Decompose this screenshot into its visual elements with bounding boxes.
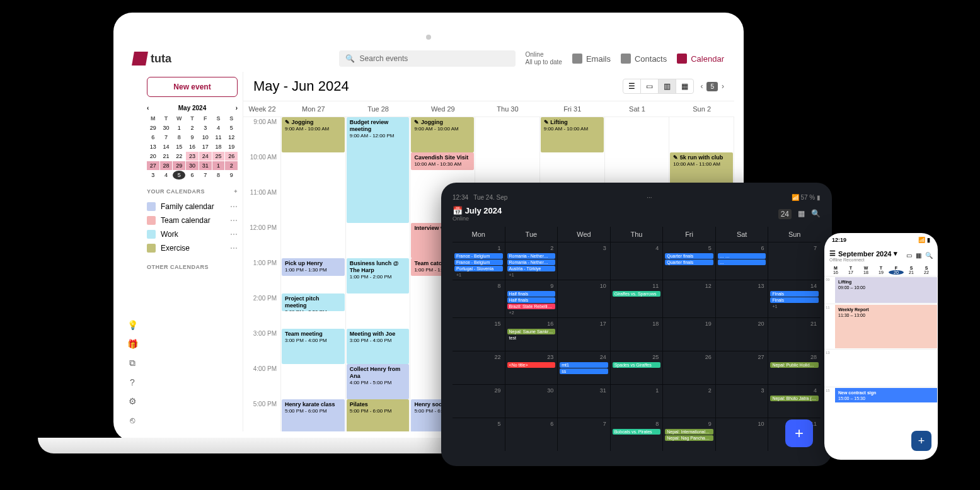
tablet-month-grid[interactable]: MonTueWedThuFriSatSun1France - BelgiumFr… xyxy=(453,227,821,451)
event[interactable] xyxy=(835,350,937,386)
event[interactable]: Pick up Henry1:00 PM - 1:30 PM xyxy=(282,258,345,276)
month-cell[interactable]: 14FinalsFinals+1 xyxy=(768,280,821,317)
month-cell[interactable]: 5 xyxy=(453,418,505,451)
event-chip[interactable]: Romania - Nether… xyxy=(507,253,556,259)
event-chip[interactable]: Brazil: State Rebelli… xyxy=(507,304,556,309)
month-cell[interactable]: 9Half finalsHalf finalsBrazil: State Reb… xyxy=(505,280,558,317)
month-cell[interactable]: 7 xyxy=(558,418,610,451)
tablet-fab-add[interactable]: + xyxy=(785,419,813,447)
more-icon[interactable]: ⋯ xyxy=(230,216,238,225)
more-icon[interactable]: ⋯ xyxy=(230,202,238,211)
today-button[interactable]: 5 xyxy=(706,82,718,91)
month-cell[interactable]: 9Nepal: International…Nepal: Nag Pancha… xyxy=(663,418,715,451)
add-calendar-icon[interactable]: + xyxy=(234,188,238,195)
calendar-item[interactable]: Work⋯ xyxy=(147,227,238,241)
event-chip[interactable]: … … xyxy=(718,253,766,259)
event-chip[interactable]: Austria - Türkiye xyxy=(507,266,556,271)
event-chip[interactable]: Romania - Nether… xyxy=(507,259,556,265)
event-chip[interactable]: Finals xyxy=(770,291,819,297)
brand-logo[interactable]: tuta xyxy=(133,52,171,66)
month-cell[interactable]: 3 xyxy=(716,385,768,418)
more-icon[interactable]: ⋯ xyxy=(230,244,238,253)
month-cell[interactable]: 13 xyxy=(716,280,768,317)
calendar-item[interactable]: Exercise⋯ xyxy=(147,241,238,255)
event[interactable]: Pilates5:00 PM - 6:00 PM xyxy=(347,399,410,431)
mini-calendar[interactable]: ‹ May 2024 › MTWTFSS29301234567891011121… xyxy=(147,102,238,179)
lightbulb-icon[interactable]: 💡 xyxy=(127,320,138,330)
phone-week-strip[interactable]: MTWTFSS16171819202122 xyxy=(824,265,938,276)
event[interactable]: Henry karate class5:00 PM - 6:00 PM xyxy=(282,399,345,431)
month-cell[interactable]: 27 xyxy=(716,351,768,384)
event-chip[interactable]: France - Belgium xyxy=(454,259,503,265)
month-cell[interactable]: 21 xyxy=(768,318,821,351)
calendar-item[interactable]: Team calendar⋯ xyxy=(147,214,238,227)
event-chip[interactable]: Nepal: Saune Sankr… xyxy=(507,329,556,334)
view-switcher[interactable]: ☰ ▭ ▥ ▦ xyxy=(623,79,694,94)
settings-icon[interactable]: ⚙ xyxy=(127,396,138,406)
event[interactable]: Team meeting3:00 PM - 4:00 PM xyxy=(282,329,345,364)
event[interactable]: ✎ Jogging9:00 AM - 10:00 AM xyxy=(411,117,474,152)
phone-search-icon[interactable]: 🔍 xyxy=(925,252,933,259)
month-cell[interactable]: 30 xyxy=(505,385,558,418)
view-month[interactable]: ▦ xyxy=(676,79,693,93)
view-day[interactable]: ▭ xyxy=(641,79,659,93)
month-cell[interactable]: 6… …… xyxy=(716,242,768,280)
month-cell[interactable]: 4Nepal: Bhoto Jatra (… xyxy=(768,385,821,418)
month-cell[interactable]: 16Nepal: Saune Sankr…test xyxy=(505,318,558,351)
month-cell[interactable]: 15 xyxy=(453,318,505,351)
month-cell[interactable]: 18 xyxy=(611,318,663,351)
event-chip[interactable]: … xyxy=(718,259,766,265)
help-icon[interactable]: ? xyxy=(127,377,138,387)
phone-view-icon[interactable]: ▭ xyxy=(906,252,912,259)
event[interactable]: Business lunch @ The Harp1:00 PM - 2:00 … xyxy=(347,258,410,293)
month-cell[interactable]: 24mt1ss xyxy=(558,351,610,384)
month-cell[interactable]: 25Spades vs Giraffes xyxy=(611,351,663,384)
month-cell[interactable]: 29 xyxy=(453,385,505,418)
event-chip[interactable]: ss xyxy=(560,368,608,374)
event-chip[interactable]: Bobcats vs. Pirates xyxy=(613,429,661,435)
gift-icon[interactable]: 🎁 xyxy=(127,339,138,349)
event[interactable]: Collect Henry from Ana4:00 PM - 5:00 PM xyxy=(347,364,410,399)
event-chip[interactable]: Half finals xyxy=(507,297,556,303)
event-chip[interactable]: Half finals xyxy=(507,291,556,297)
event-chip[interactable]: Spades vs Giraffes xyxy=(613,362,661,368)
event[interactable]: Budget review meeting9:00 AM - 12:00 PM xyxy=(347,117,410,223)
month-cell[interactable]: 6 xyxy=(505,418,558,451)
month-cell[interactable]: 2 xyxy=(663,385,715,418)
tablet-today-badge[interactable]: 24 xyxy=(778,209,792,219)
month-cell[interactable]: 17 xyxy=(558,318,610,351)
event-chip[interactable]: Quarter finals xyxy=(665,253,713,259)
event[interactable]: Cavendish Site Visit10:00 AM - 10:30 AM xyxy=(411,152,474,170)
event-chip[interactable]: Nepal: Bhoto Jatra (… xyxy=(770,396,819,401)
event[interactable]: ✎ Jogging9:00 AM - 10:00 AM xyxy=(282,117,345,152)
event[interactable]: Weekly Report11:30 – 13:00 xyxy=(835,305,937,348)
event-chip[interactable]: France - Belgium xyxy=(454,253,503,259)
month-cell[interactable]: 11Giraffes vs. Sparrows xyxy=(611,280,663,317)
search-input[interactable]: 🔍 Search events xyxy=(339,50,516,67)
mini-prev[interactable]: ‹ xyxy=(147,105,149,111)
next-period[interactable]: › xyxy=(722,82,724,91)
month-cell[interactable]: 31 xyxy=(558,385,610,418)
phone-day-view[interactable]: 09Lifting09:00 – 10:0011Weekly Report11:… xyxy=(824,276,938,403)
tablet-title[interactable]: 📅 July 2024 xyxy=(453,206,502,215)
event[interactable]: Project pitch meeting2:00 PM - 2:30 PM xyxy=(282,293,345,311)
event-chip[interactable]: Finals xyxy=(770,297,819,303)
tablet-grid-icon[interactable]: ▦ xyxy=(798,209,805,219)
month-cell[interactable]: 10 xyxy=(716,418,768,451)
tablet-search-icon[interactable]: 🔍 xyxy=(811,209,821,219)
month-cell[interactable]: 26 xyxy=(663,351,715,384)
event[interactable]: New contract sign15:00 – 15:30 xyxy=(835,388,937,402)
event[interactable]: Meeting with Joe3:00 PM - 4:00 PM xyxy=(347,329,410,364)
month-cell[interactable]: 20 xyxy=(716,318,768,351)
nav-contacts[interactable]: Contacts xyxy=(621,54,667,64)
event[interactable]: ✎ Lifting9:00 AM - 10:00 AM xyxy=(541,117,604,152)
nav-calendar[interactable]: Calendar xyxy=(677,54,724,64)
logout-icon[interactable]: ⎋ xyxy=(127,415,138,425)
month-cell[interactable]: 12 xyxy=(663,280,715,317)
month-cell[interactable]: 23<No title> xyxy=(505,351,558,384)
new-event-button[interactable]: New event xyxy=(147,77,238,97)
month-cell[interactable]: 2Romania - Nether…Romania - Nether…Austr… xyxy=(505,242,558,280)
phone-grid-icon[interactable]: ▦ xyxy=(916,252,921,259)
event-chip[interactable]: mt1 xyxy=(560,362,608,368)
calendar-item[interactable]: Family calendar⋯ xyxy=(147,200,238,214)
